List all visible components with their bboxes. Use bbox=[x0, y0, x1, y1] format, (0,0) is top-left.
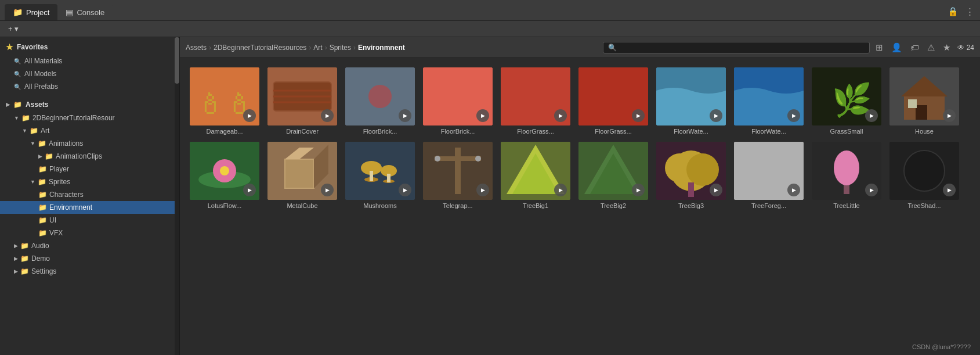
sidebar-scroll-thumb[interactable] bbox=[175, 37, 179, 84]
asset-item-floorbrick1[interactable]: ▶FloorBrick... bbox=[342, 65, 418, 137]
svg-rect-19 bbox=[916, 105, 927, 120]
asset-item-treeshad[interactable]: ▶TreeShad... bbox=[887, 139, 962, 211]
sidebar-item-2dbeginner[interactable]: ▼ 📁 2DBeginnerTutorialResour bbox=[0, 112, 179, 124]
svg-rect-20 bbox=[908, 99, 917, 108]
more-button[interactable]: ⋮ bbox=[964, 5, 975, 18]
asset-label-metalcube: MetalCube bbox=[267, 202, 338, 209]
assets-label: Assets bbox=[26, 101, 48, 109]
add-button[interactable]: + ▾ bbox=[5, 23, 22, 34]
folder-icon-animations: 📁 bbox=[38, 139, 46, 148]
play-btn-treebig2[interactable]: ▶ bbox=[632, 184, 645, 196]
search-bar[interactable]: 🔍 bbox=[603, 42, 870, 53]
asset-item-treebig2[interactable]: ▶TreeBig2 bbox=[576, 139, 651, 211]
tag-icon-button[interactable]: 🏷 bbox=[909, 41, 920, 53]
play-btn-mushrooms[interactable]: ▶ bbox=[399, 184, 411, 196]
sidebar-item-all-prefabs[interactable]: 🔍 All Prefabs bbox=[0, 80, 179, 93]
svg-point-24 bbox=[220, 166, 229, 175]
play-btn-floorwater1[interactable]: ▶ bbox=[710, 109, 722, 122]
asset-item-treeforeg[interactable]: ▶TreeForeg... bbox=[731, 139, 807, 211]
content-toolbar: Assets › 2DBeginnerTutorialResources › A… bbox=[180, 37, 980, 58]
asset-item-house[interactable]: ▶House bbox=[887, 65, 962, 137]
assets-section: ▶ 📁 Assets ▼ 📁 2DBeginnerTutorialResour … bbox=[0, 95, 179, 280]
asset-label-treeshad: TreeShad... bbox=[889, 202, 960, 209]
search-input[interactable] bbox=[619, 44, 865, 52]
asset-item-treebig3[interactable]: ▶TreeBig3 bbox=[653, 139, 729, 211]
play-btn-treelittle[interactable]: ▶ bbox=[865, 184, 878, 196]
asset-item-treelittle[interactable]: ▶TreeLittle bbox=[809, 139, 884, 211]
asset-item-floorbrick2[interactable]: ▶FloorBrick... bbox=[420, 65, 496, 137]
play-btn-treeforeg[interactable]: ▶ bbox=[787, 184, 800, 196]
play-btn-floorwater2[interactable]: ▶ bbox=[787, 109, 800, 122]
triangle-sprites: ▼ bbox=[30, 179, 35, 185]
sidebar-item-art[interactable]: ▼ 📁 Art bbox=[0, 124, 179, 137]
asset-item-floorwater2[interactable]: ▶FloorWate... bbox=[731, 65, 807, 137]
sidebar-item-all-materials[interactable]: 🔍 All Materials bbox=[0, 55, 179, 67]
label-ui: UI bbox=[49, 216, 56, 224]
asset-item-draincover[interactable]: ▶DrainCover bbox=[265, 65, 340, 137]
tab-project[interactable]: 📁 Project bbox=[5, 4, 57, 20]
sidebar-item-player[interactable]: 📁 Player bbox=[0, 163, 179, 175]
play-btn-floorbrick1[interactable]: ▶ bbox=[399, 109, 411, 122]
play-btn-grasssmall[interactable]: ▶ bbox=[865, 109, 878, 122]
play-btn-treeshad[interactable]: ▶ bbox=[943, 184, 956, 196]
asset-item-floorwater1[interactable]: ▶FloorWate... bbox=[653, 65, 729, 137]
sidebar-item-characters[interactable]: 📁 Characters bbox=[0, 188, 179, 201]
breadcrumb-2dbeginner[interactable]: 2DBeginnerTutorialResources bbox=[214, 44, 306, 52]
sidebar-item-settings[interactable]: ▶ 📁 Settings bbox=[0, 265, 179, 278]
lock-button[interactable]: 🔒 bbox=[946, 5, 960, 18]
content-area: Assets › 2DBeginnerTutorialResources › A… bbox=[180, 37, 980, 355]
search-icon-small-2: 🔍 bbox=[14, 71, 21, 77]
asset-item-treebig1[interactable]: ▶TreeBig1 bbox=[498, 139, 573, 211]
asset-item-metalcube[interactable]: ▶MetalCube bbox=[265, 139, 340, 211]
play-btn-lotusflow[interactable]: ▶ bbox=[243, 184, 256, 196]
sidebar-item-audio[interactable]: ▶ 📁 Audio bbox=[0, 239, 179, 252]
star-filter-button[interactable]: ★ bbox=[942, 41, 952, 54]
sidebar-item-environmnent[interactable]: 📁 Environmnent bbox=[0, 201, 179, 214]
sidebar-item-animationclips[interactable]: ▶ 📁 AnimationClips bbox=[0, 150, 179, 163]
breadcrumb-sprites[interactable]: Sprites bbox=[330, 44, 351, 52]
play-btn-treebig1[interactable]: ▶ bbox=[554, 184, 567, 196]
sidebar-item-demo[interactable]: ▶ 📁 Demo bbox=[0, 252, 179, 265]
asset-thumb-treebig3: ▶ bbox=[656, 142, 726, 200]
tab-console[interactable]: ▤ Console bbox=[57, 4, 113, 20]
play-btn-treebig3[interactable]: ▶ bbox=[710, 184, 722, 196]
breadcrumb-assets[interactable]: Assets bbox=[186, 44, 207, 52]
asset-thumb-damageable: 🕯🕯🕯▶ bbox=[190, 67, 259, 125]
play-btn-draincover[interactable]: ▶ bbox=[321, 109, 334, 122]
asset-thumb-floorwater1: ▶ bbox=[656, 67, 726, 125]
sidebar-item-animations[interactable]: ▼ 📁 Animations bbox=[0, 137, 179, 150]
sidebar-item-ui[interactable]: 📁 UI bbox=[0, 214, 179, 227]
asset-thumb-floorgrass1: ▶ bbox=[501, 67, 570, 125]
play-btn-telegraph[interactable]: ▶ bbox=[476, 184, 489, 196]
breadcrumb-art[interactable]: Art bbox=[313, 44, 322, 52]
sidebar-item-vfx[interactable]: 📁 VFX bbox=[0, 227, 179, 239]
all-models-label: All Models bbox=[24, 70, 56, 78]
sidebar-item-all-models[interactable]: 🔍 All Models bbox=[0, 67, 179, 80]
asset-item-floorgrass2[interactable]: ▶FloorGrass... bbox=[576, 65, 651, 137]
asset-thumb-treeforeg: ▶ bbox=[734, 142, 804, 200]
sidebar-item-sprites[interactable]: ▼ 📁 Sprites bbox=[0, 175, 179, 188]
play-btn-floorbrick2[interactable]: ▶ bbox=[476, 109, 489, 122]
play-btn-floorgrass1[interactable]: ▶ bbox=[554, 109, 567, 122]
people-icon-button[interactable]: 👤 bbox=[890, 41, 903, 54]
sep-4: › bbox=[353, 44, 356, 52]
project-icon: 📁 bbox=[13, 8, 23, 17]
play-btn-damageable[interactable]: ▶ bbox=[243, 109, 256, 122]
asset-item-grasssmall[interactable]: 🌿▶GrassSmall bbox=[809, 65, 884, 137]
asset-item-lotusflow[interactable]: ▶LotusFlow... bbox=[187, 139, 262, 211]
asset-item-damageable[interactable]: 🕯🕯🕯▶Damageab... bbox=[187, 65, 262, 137]
asset-thumb-mushrooms: ▶ bbox=[345, 142, 415, 200]
asset-item-mushrooms[interactable]: ▶Mushrooms bbox=[342, 139, 418, 211]
sidebar-scrollbar[interactable] bbox=[175, 37, 179, 355]
warning-icon-button[interactable]: ⚠ bbox=[926, 41, 936, 54]
grid-view-button[interactable]: ⊞ bbox=[874, 41, 884, 54]
folder-icon-art: 📁 bbox=[30, 127, 38, 135]
asset-item-floorgrass1[interactable]: ▶FloorGrass... bbox=[498, 65, 573, 137]
toolbar-right-icons: ⊞ 👤 🏷 ⚠ ★ 👁 24 bbox=[874, 41, 974, 54]
play-btn-house[interactable]: ▶ bbox=[943, 109, 956, 122]
label-art: Art bbox=[41, 127, 49, 135]
play-btn-floorgrass2[interactable]: ▶ bbox=[632, 109, 645, 122]
play-btn-metalcube[interactable]: ▶ bbox=[321, 184, 334, 196]
triangle-art: ▼ bbox=[22, 128, 27, 134]
asset-item-telegraph[interactable]: ▶Telegrap... bbox=[420, 139, 496, 211]
